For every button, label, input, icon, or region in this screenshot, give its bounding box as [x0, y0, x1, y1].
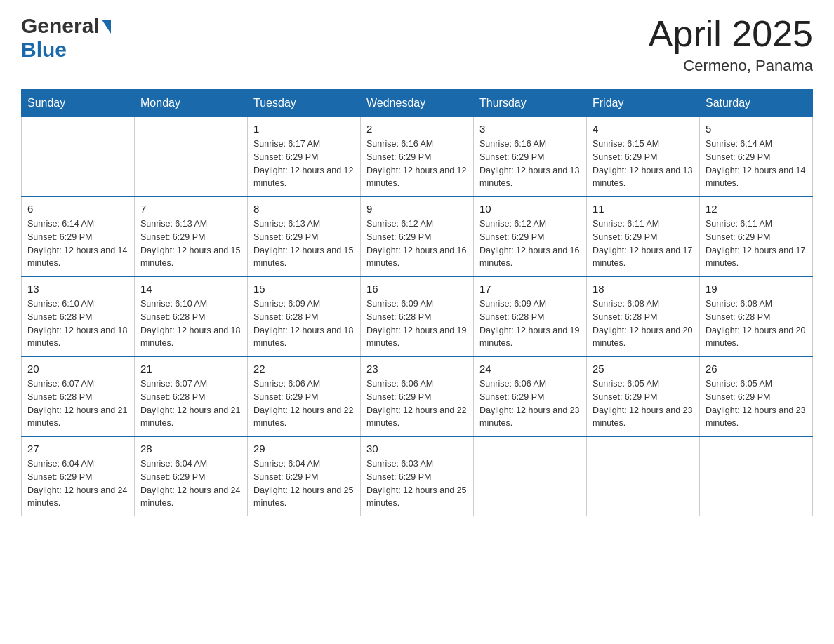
table-row: 4Sunrise: 6:15 AMSunset: 6:29 PMDaylight… [587, 117, 700, 197]
table-row [587, 436, 700, 516]
day-info: Sunrise: 6:14 AMSunset: 6:29 PMDaylight:… [27, 217, 128, 270]
header-friday: Friday [587, 90, 700, 117]
table-row: 21Sunrise: 6:07 AMSunset: 6:28 PMDayligh… [135, 356, 248, 436]
day-info: Sunrise: 6:15 AMSunset: 6:29 PMDaylight:… [593, 137, 694, 190]
page-header: General Blue April 2025 Cermeno, Panama [21, 14, 813, 75]
month-title: April 2025 [649, 14, 813, 54]
table-row: 17Sunrise: 6:09 AMSunset: 6:28 PMDayligh… [474, 276, 587, 356]
day-number: 1 [253, 123, 355, 135]
table-row: 13Sunrise: 6:10 AMSunset: 6:28 PMDayligh… [22, 276, 135, 356]
logo-blue-text: Blue [21, 38, 67, 61]
day-number: 17 [479, 283, 581, 295]
day-info: Sunrise: 6:10 AMSunset: 6:28 PMDaylight:… [27, 297, 128, 350]
table-row [22, 117, 135, 197]
day-info: Sunrise: 6:08 AMSunset: 6:28 PMDaylight:… [706, 297, 807, 350]
day-number: 4 [593, 123, 694, 135]
day-number: 6 [27, 203, 128, 215]
calendar-table: Sunday Monday Tuesday Wednesday Thursday… [21, 89, 813, 516]
table-row: 14Sunrise: 6:10 AMSunset: 6:28 PMDayligh… [135, 276, 248, 356]
day-info: Sunrise: 6:11 AMSunset: 6:29 PMDaylight:… [706, 217, 807, 270]
day-info: Sunrise: 6:10 AMSunset: 6:28 PMDaylight:… [140, 297, 241, 350]
header-thursday: Thursday [474, 90, 587, 117]
calendar-header-row: Sunday Monday Tuesday Wednesday Thursday… [22, 90, 813, 117]
day-number: 21 [140, 363, 241, 375]
table-row: 29Sunrise: 6:04 AMSunset: 6:29 PMDayligh… [248, 436, 361, 516]
logo: General Blue [21, 14, 111, 62]
table-row: 11Sunrise: 6:11 AMSunset: 6:29 PMDayligh… [587, 196, 700, 276]
day-number: 9 [366, 203, 468, 215]
day-info: Sunrise: 6:16 AMSunset: 6:29 PMDaylight:… [479, 137, 581, 190]
table-row: 3Sunrise: 6:16 AMSunset: 6:29 PMDaylight… [474, 117, 587, 197]
day-info: Sunrise: 6:12 AMSunset: 6:29 PMDaylight:… [479, 217, 581, 270]
calendar-week-row: 1Sunrise: 6:17 AMSunset: 6:29 PMDaylight… [22, 117, 813, 197]
table-row: 24Sunrise: 6:06 AMSunset: 6:29 PMDayligh… [474, 356, 587, 436]
day-number: 29 [253, 443, 355, 455]
table-row: 25Sunrise: 6:05 AMSunset: 6:29 PMDayligh… [587, 356, 700, 436]
table-row: 26Sunrise: 6:05 AMSunset: 6:29 PMDayligh… [700, 356, 813, 436]
table-row: 1Sunrise: 6:17 AMSunset: 6:29 PMDaylight… [248, 117, 361, 197]
day-number: 25 [593, 363, 694, 375]
header-tuesday: Tuesday [248, 90, 361, 117]
day-info: Sunrise: 6:06 AMSunset: 6:29 PMDaylight:… [366, 377, 468, 430]
day-number: 7 [140, 203, 241, 215]
day-number: 30 [366, 443, 468, 455]
day-info: Sunrise: 6:16 AMSunset: 6:29 PMDaylight:… [366, 137, 468, 190]
calendar-week-row: 27Sunrise: 6:04 AMSunset: 6:29 PMDayligh… [22, 436, 813, 516]
table-row: 9Sunrise: 6:12 AMSunset: 6:29 PMDaylight… [361, 196, 474, 276]
day-info: Sunrise: 6:12 AMSunset: 6:29 PMDaylight:… [366, 217, 468, 270]
day-info: Sunrise: 6:05 AMSunset: 6:29 PMDaylight:… [706, 377, 807, 430]
table-row: 27Sunrise: 6:04 AMSunset: 6:29 PMDayligh… [22, 436, 135, 516]
day-number: 20 [27, 363, 128, 375]
day-number: 14 [140, 283, 241, 295]
table-row [135, 117, 248, 197]
table-row: 28Sunrise: 6:04 AMSunset: 6:29 PMDayligh… [135, 436, 248, 516]
table-row: 10Sunrise: 6:12 AMSunset: 6:29 PMDayligh… [474, 196, 587, 276]
day-number: 18 [593, 283, 694, 295]
day-number: 19 [706, 283, 807, 295]
table-row: 19Sunrise: 6:08 AMSunset: 6:28 PMDayligh… [700, 276, 813, 356]
header-saturday: Saturday [700, 90, 813, 117]
day-info: Sunrise: 6:09 AMSunset: 6:28 PMDaylight:… [479, 297, 581, 350]
table-row: 5Sunrise: 6:14 AMSunset: 6:29 PMDaylight… [700, 117, 813, 197]
day-info: Sunrise: 6:14 AMSunset: 6:29 PMDaylight:… [706, 137, 807, 190]
title-section: April 2025 Cermeno, Panama [649, 14, 813, 75]
table-row: 30Sunrise: 6:03 AMSunset: 6:29 PMDayligh… [361, 436, 474, 516]
day-info: Sunrise: 6:05 AMSunset: 6:29 PMDaylight:… [593, 377, 694, 430]
day-info: Sunrise: 6:13 AMSunset: 6:29 PMDaylight:… [253, 217, 355, 270]
day-number: 12 [706, 203, 807, 215]
table-row: 22Sunrise: 6:06 AMSunset: 6:29 PMDayligh… [248, 356, 361, 436]
day-info: Sunrise: 6:09 AMSunset: 6:28 PMDaylight:… [366, 297, 468, 350]
day-number: 10 [479, 203, 581, 215]
day-info: Sunrise: 6:08 AMSunset: 6:28 PMDaylight:… [593, 297, 694, 350]
day-number: 27 [27, 443, 128, 455]
day-number: 24 [479, 363, 581, 375]
logo-triangle-icon [102, 20, 111, 34]
day-number: 13 [27, 283, 128, 295]
table-row [474, 436, 587, 516]
day-info: Sunrise: 6:07 AMSunset: 6:28 PMDaylight:… [27, 377, 128, 430]
header-sunday: Sunday [22, 90, 135, 117]
table-row: 2Sunrise: 6:16 AMSunset: 6:29 PMDaylight… [361, 117, 474, 197]
day-number: 2 [366, 123, 468, 135]
location-title: Cermeno, Panama [649, 57, 813, 75]
calendar-week-row: 13Sunrise: 6:10 AMSunset: 6:28 PMDayligh… [22, 276, 813, 356]
day-info: Sunrise: 6:04 AMSunset: 6:29 PMDaylight:… [140, 457, 241, 510]
day-number: 16 [366, 283, 468, 295]
day-number: 15 [253, 283, 355, 295]
table-row: 23Sunrise: 6:06 AMSunset: 6:29 PMDayligh… [361, 356, 474, 436]
table-row: 20Sunrise: 6:07 AMSunset: 6:28 PMDayligh… [22, 356, 135, 436]
day-number: 26 [706, 363, 807, 375]
day-info: Sunrise: 6:13 AMSunset: 6:29 PMDaylight:… [140, 217, 241, 270]
table-row [700, 436, 813, 516]
day-info: Sunrise: 6:06 AMSunset: 6:29 PMDaylight:… [479, 377, 581, 430]
day-info: Sunrise: 6:06 AMSunset: 6:29 PMDaylight:… [253, 377, 355, 430]
day-info: Sunrise: 6:04 AMSunset: 6:29 PMDaylight:… [27, 457, 128, 510]
header-wednesday: Wednesday [361, 90, 474, 117]
table-row: 6Sunrise: 6:14 AMSunset: 6:29 PMDaylight… [22, 196, 135, 276]
day-number: 23 [366, 363, 468, 375]
table-row: 7Sunrise: 6:13 AMSunset: 6:29 PMDaylight… [135, 196, 248, 276]
day-number: 11 [593, 203, 694, 215]
table-row: 8Sunrise: 6:13 AMSunset: 6:29 PMDaylight… [248, 196, 361, 276]
day-info: Sunrise: 6:17 AMSunset: 6:29 PMDaylight:… [253, 137, 355, 190]
day-number: 3 [479, 123, 581, 135]
